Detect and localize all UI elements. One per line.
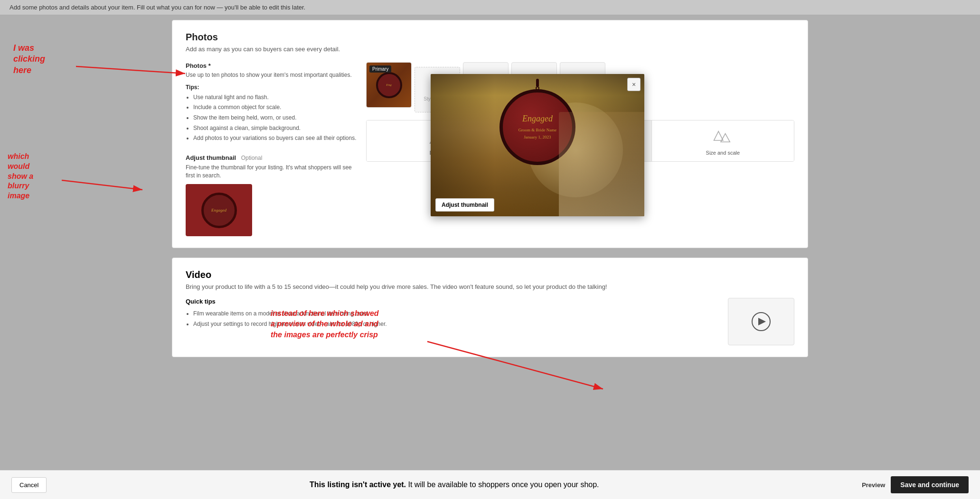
bottom-right-actions: Preview Save and continue bbox=[862, 476, 969, 493]
ornament-name-text: Groom & Bride NameJanuary 1, 2023 bbox=[518, 127, 557, 140]
annotation-clicking-here: I wasclickinghere bbox=[13, 43, 45, 76]
video-section: Video Bring your product to life with a … bbox=[172, 258, 808, 357]
status-text: This listing isn't active yet. bbox=[310, 481, 406, 489]
photo-type-size-scale[interactable]: Size and scale bbox=[652, 120, 794, 161]
video-layout: Quick tips Film wearable items on a mode… bbox=[186, 298, 794, 345]
primary-badge: Primary bbox=[369, 65, 391, 73]
cancel-button[interactable]: Cancel bbox=[11, 477, 47, 493]
size-scale-icon bbox=[713, 126, 732, 147]
svg-marker-3 bbox=[714, 131, 723, 140]
arrow-blurry bbox=[62, 176, 157, 204]
video-tip-1: Film wearable items on a model or show a… bbox=[193, 309, 716, 319]
ornament-engaged-text: Engaged bbox=[522, 114, 553, 124]
photos-title: Photos bbox=[186, 32, 794, 43]
photos-field-desc: Use up to ten photos to show your item's… bbox=[186, 71, 357, 79]
svg-line-8 bbox=[62, 180, 142, 190]
thumbnail-preview[interactable]: Engaged bbox=[186, 184, 252, 236]
photos-subtitle: Add as many as you can so buyers can see… bbox=[186, 46, 794, 53]
photo-slot-primary[interactable]: Primary Eng bbox=[366, 62, 412, 108]
video-desc: Bring your product to life with a 5 to 1… bbox=[186, 283, 794, 290]
video-title: Video bbox=[186, 269, 794, 280]
size-scale-label: Size and scale bbox=[706, 150, 740, 156]
quick-tips-title: Quick tips bbox=[186, 298, 716, 305]
tip-5: Add photos to your variations so buyers … bbox=[193, 133, 357, 144]
save-continue-button[interactable]: Save and continue bbox=[891, 476, 969, 493]
adjust-thumbnail-button[interactable]: Adjust thumbnail bbox=[435, 198, 494, 212]
tip-4: Shoot against a clean, simple background… bbox=[193, 123, 357, 134]
photos-field-label: Photos * bbox=[186, 62, 357, 69]
tips-label: Tips: bbox=[186, 84, 357, 91]
preview-button[interactable]: Preview bbox=[862, 481, 885, 489]
play-icon bbox=[758, 318, 766, 325]
close-icon: × bbox=[632, 81, 636, 88]
bottom-status: This listing isn't active yet. It will b… bbox=[310, 481, 599, 489]
tips-list: Use natural light and no flash. Include … bbox=[186, 92, 357, 144]
tip-2: Include a common object for scale. bbox=[193, 102, 357, 113]
tip-1: Use natural light and no flash. bbox=[193, 92, 357, 103]
play-button[interactable] bbox=[752, 312, 771, 331]
thumbnail-section: Adjust thumbnail Optional Fine-tune the … bbox=[186, 153, 357, 237]
annotation-blurry: whichwouldshow ablurryimage bbox=[8, 152, 33, 201]
quick-tips-list: Film wearable items on a model or show a… bbox=[186, 309, 716, 329]
thumbnail-ornament: Engaged bbox=[201, 193, 237, 228]
slot-ornament-circle: Eng bbox=[376, 72, 402, 98]
photo-preview-overlay: Engaged Groom & Bride NameJanuary 1, 202… bbox=[431, 74, 644, 216]
thumbnail-desc: Fine-tune the thumbnail for your listing… bbox=[186, 164, 357, 180]
video-tip-2: Adjust your settings to record high reso… bbox=[193, 319, 716, 330]
overlay-close-button[interactable]: × bbox=[627, 78, 641, 91]
photos-section: Photos Add as many as you can so buyers … bbox=[172, 20, 808, 248]
video-upload-area[interactable] bbox=[728, 298, 794, 345]
thumbnail-optional: Optional bbox=[241, 155, 263, 161]
photos-left-column: Photos * Use up to ten photos to show yo… bbox=[186, 62, 357, 236]
status-suffix: It will be available to shoppers once yo… bbox=[408, 481, 599, 489]
ornament-hook bbox=[536, 79, 539, 86]
thumbnail-text: Engaged bbox=[211, 208, 226, 213]
top-bar-text: Add some photos and details about your i… bbox=[9, 4, 305, 11]
overlay-background: Engaged Groom & Bride NameJanuary 1, 202… bbox=[431, 74, 644, 216]
tip-3: Show the item being held, worn, or used. bbox=[193, 113, 357, 123]
thumbnail-label: Adjust thumbnail bbox=[186, 154, 236, 161]
quick-tips: Quick tips Film wearable items on a mode… bbox=[186, 298, 716, 345]
bottom-bar: Cancel This listing isn't active yet. It… bbox=[0, 470, 980, 499]
woman-silhouette bbox=[559, 112, 644, 216]
top-bar: Add some photos and details about your i… bbox=[0, 0, 980, 15]
